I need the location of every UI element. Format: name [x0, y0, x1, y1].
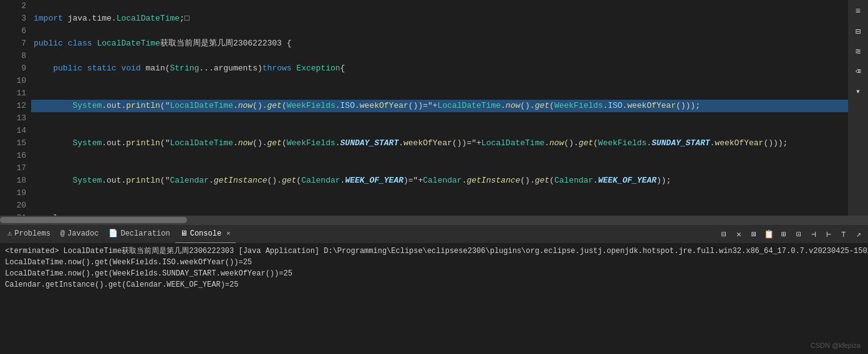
line-number: 13	[0, 112, 26, 125]
code-line	[31, 87, 848, 100]
tab-icon-problems: ⚠️	[7, 229, 12, 238]
toolbar-btn-5[interactable]: ⊡	[792, 227, 806, 241]
line-number: 2	[0, 0, 26, 12]
line-number: 10	[0, 75, 26, 87]
console-output-line-1: LocalDateTime.now().get(WeekFields.SUNDA…	[5, 268, 863, 279]
tab-icon-declaration: 📄	[109, 229, 118, 238]
code-line: import java.time.LocalDateTime;□	[31, 12, 848, 25]
console-terminated-line: <terminated> LocalDateTime获取当前周是第几周23062…	[5, 246, 863, 257]
code-line	[31, 25, 848, 37]
line-number: 6	[0, 25, 26, 37]
line-number: 18	[0, 175, 26, 187]
code-line	[31, 125, 848, 137]
tab-label-declaration: Declaration	[120, 229, 170, 238]
toolbar-btn-6[interactable]: ⊣	[807, 227, 821, 241]
tab-icon-console: 🖥	[180, 229, 188, 238]
console-toolbar: ⊟✕⊠📋⊞⊡⊣⊢⊤↗	[717, 227, 866, 241]
toolbar-btn-0[interactable]: ⊟	[717, 227, 731, 241]
toolbar-btn-1[interactable]: ✕	[732, 227, 746, 241]
code-line	[31, 112, 848, 125]
toolbar-btn-7[interactable]: ⊢	[822, 227, 836, 241]
horizontal-scrollbar[interactable]	[0, 216, 868, 224]
line-number: 16	[0, 150, 26, 162]
right-sidebar: ≡⊟≋⌫▾	[848, 0, 868, 216]
code-line	[31, 199, 848, 212]
tab-label-console: Console	[190, 229, 221, 238]
watermark: CSDN @kfepiza	[811, 342, 861, 349]
code-line: public class LocalDateTime获取当前周是第几周23062…	[31, 37, 848, 50]
line-number: 8	[0, 50, 26, 62]
code-line	[31, 187, 848, 199]
toolbar-btn-8[interactable]: ⊤	[837, 227, 851, 241]
sidebar-icon-3[interactable]: ⌫	[849, 62, 867, 80]
line-number: 7	[0, 37, 26, 50]
code-line	[31, 150, 848, 162]
code-line: System.out.println("LocalDateTime.now().…	[31, 137, 848, 150]
line-number: 9	[0, 62, 26, 75]
console-output-line-2: Calendar.getInstance().get(Calendar.WEEK…	[5, 279, 863, 290]
line-number: 20	[0, 199, 26, 212]
line-number: 3	[0, 12, 26, 25]
editor-container: 236789101112131415161718192021222324 imp…	[0, 0, 868, 224]
tab-javadoc[interactable]: @Javadoc	[55, 225, 104, 244]
console-output-line-0: LocalDateTime.now().get(WeekFields.ISO.w…	[5, 257, 863, 268]
line-number: 11	[0, 87, 26, 100]
code-line	[31, 50, 848, 62]
sidebar-icon-1[interactable]: ⊟	[849, 22, 867, 40]
tab-problems[interactable]: ⚠️Problems	[2, 225, 55, 244]
line-number: 19	[0, 187, 26, 199]
code-line: public static void main(String...argumen…	[31, 62, 848, 75]
code-line: System.out.println("LocalDateTime.now().…	[31, 100, 848, 112]
code-line: System.out.println("Calendar.getInstance…	[31, 175, 848, 187]
line-numbers: 236789101112131415161718192021222324	[0, 0, 31, 216]
code-line	[31, 162, 848, 175]
line-number: 17	[0, 162, 26, 175]
tab-label-javadoc: Javadoc	[67, 229, 99, 238]
tab-console[interactable]: 🖥Console×	[175, 225, 236, 244]
tab-close-console[interactable]: ×	[226, 230, 231, 237]
line-number: 15	[0, 137, 26, 150]
sidebar-icon-0[interactable]: ≡	[849, 2, 867, 20]
tab-declaration[interactable]: 📄Declaration	[104, 225, 175, 244]
sidebar-icon-2[interactable]: ≋	[849, 42, 867, 60]
console-area: <terminated> LocalDateTime获取当前周是第几周23062…	[0, 243, 868, 293]
bottom-tabs: ⚠️Problems@Javadoc📄Declaration🖥Console×⊟…	[0, 224, 868, 243]
bottom-panel: ⚠️Problems@Javadoc📄Declaration🖥Console×⊟…	[0, 224, 868, 293]
sidebar-icon-4[interactable]: ▾	[849, 82, 867, 100]
code-lines[interactable]: import java.time.LocalDateTime;□public c…	[31, 0, 848, 216]
toolbar-btn-2[interactable]: ⊠	[747, 227, 761, 241]
h-scrollbar-thumb[interactable]	[0, 217, 187, 223]
toolbar-btn-4[interactable]: ⊞	[777, 227, 791, 241]
tab-label-problems: Problems	[14, 229, 51, 238]
toolbar-btn-3[interactable]: 📋	[762, 227, 776, 241]
code-editor: 236789101112131415161718192021222324 imp…	[0, 0, 868, 224]
line-number: 14	[0, 125, 26, 137]
toolbar-btn-9[interactable]: ↗	[852, 227, 866, 241]
code-line	[31, 75, 848, 87]
line-number: 12	[0, 100, 26, 112]
code-line	[31, 0, 848, 12]
tab-icon-javadoc: @	[60, 229, 65, 238]
